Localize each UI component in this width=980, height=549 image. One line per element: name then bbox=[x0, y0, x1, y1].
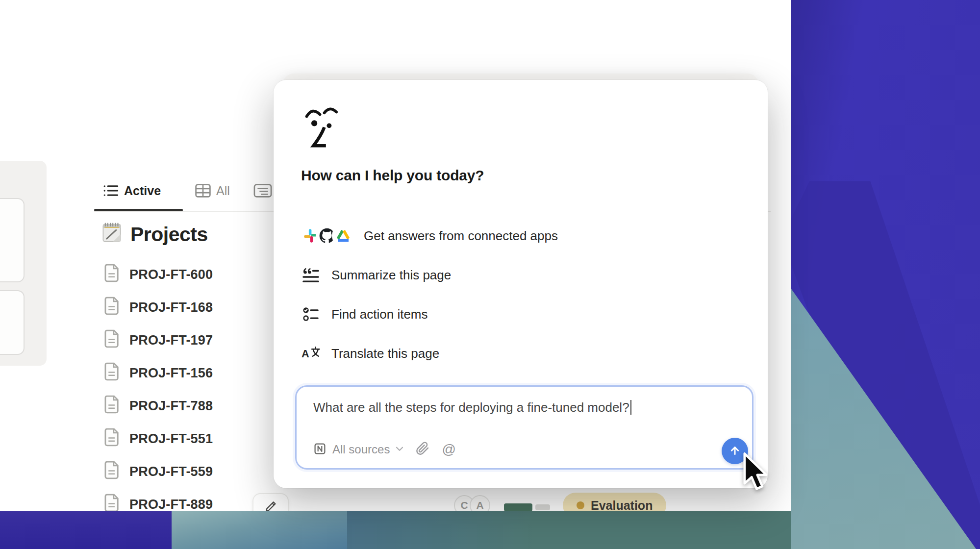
page-icon bbox=[104, 297, 121, 319]
project-row[interactable]: PROJ-FT-889 bbox=[104, 488, 213, 511]
notepad-icon bbox=[101, 221, 123, 248]
pencil-icon bbox=[263, 499, 278, 511]
progress-bar bbox=[504, 503, 550, 511]
desktop-wallpaper-bottom bbox=[0, 511, 791, 549]
menu-item-summarize[interactable]: Summarize this page bbox=[301, 255, 732, 295]
chevron-down-icon bbox=[396, 445, 403, 454]
attach-file-button[interactable] bbox=[416, 442, 429, 457]
prompt-input[interactable]: What are all the steps for deploying a f… bbox=[295, 385, 754, 470]
project-row[interactable]: PROJ-FT-156 bbox=[104, 357, 213, 390]
text-caret bbox=[630, 400, 631, 415]
menu-item-label: Translate this page bbox=[331, 346, 439, 361]
project-list: PROJ-FT-600 PROJ-FT-168 PROJ-FT-197 PROJ… bbox=[104, 258, 213, 511]
composer-toolbar: All sources @ bbox=[313, 442, 456, 457]
project-row[interactable]: PROJ-FT-551 bbox=[104, 423, 213, 455]
project-row[interactable]: PROJ-FT-559 bbox=[104, 455, 213, 488]
project-row[interactable]: PROJ-FT-600 bbox=[104, 258, 213, 291]
feed-view-icon bbox=[253, 184, 272, 198]
screen: Active All bbox=[0, 0, 980, 549]
connected-app-icons bbox=[301, 226, 353, 246]
menu-item-action-items[interactable]: Find action items bbox=[301, 295, 732, 334]
tab-label: Active bbox=[124, 184, 161, 198]
avatar: A bbox=[470, 495, 490, 511]
page-icon bbox=[104, 362, 121, 384]
board-card[interactable] bbox=[0, 290, 25, 355]
project-row[interactable]: PROJ-FT-197 bbox=[104, 324, 213, 357]
tab-all-view[interactable]: All bbox=[195, 180, 230, 201]
page-icon bbox=[104, 494, 121, 511]
assistant-menu: Get answers from connected apps Summariz… bbox=[301, 216, 732, 373]
project-row[interactable]: PROJ-FT-168 bbox=[104, 291, 213, 324]
ai-assistant-dialog: How can I help you today? bbox=[274, 80, 768, 488]
page-icon bbox=[104, 428, 121, 450]
assistant-greeting: How can I help you today? bbox=[301, 167, 484, 184]
list-view-icon bbox=[103, 184, 119, 197]
checklist-icon bbox=[301, 306, 321, 323]
tab-feed-view[interactable] bbox=[253, 180, 272, 201]
mouse-cursor bbox=[741, 451, 770, 496]
page-icon bbox=[104, 461, 121, 483]
translate-icon: A bbox=[301, 346, 321, 361]
mention-button[interactable]: @ bbox=[442, 442, 455, 457]
page-icon bbox=[104, 329, 121, 351]
assignee-avatars[interactable]: C A bbox=[454, 495, 490, 511]
table-view-icon bbox=[195, 184, 211, 198]
status-badge[interactable]: Evaluation bbox=[563, 493, 666, 511]
page-title: Projects bbox=[101, 221, 208, 248]
edit-button[interactable] bbox=[252, 493, 289, 511]
sources-selector[interactable]: All sources bbox=[313, 442, 403, 457]
tab-active-view[interactable]: Active bbox=[103, 180, 161, 201]
page-icon bbox=[104, 395, 121, 417]
tab-label: All bbox=[216, 184, 230, 198]
prompt-text: What are all the steps for deploying a f… bbox=[313, 400, 631, 415]
menu-item-label: Find action items bbox=[331, 307, 428, 322]
menu-item-connected-apps[interactable]: Get answers from connected apps bbox=[301, 216, 732, 255]
notion-logo-icon bbox=[313, 442, 327, 457]
notion-ai-face-icon bbox=[301, 104, 341, 150]
menu-item-translate[interactable]: A Translate this page bbox=[301, 334, 732, 373]
desktop-wallpaper bbox=[791, 0, 980, 549]
board-column-panel bbox=[0, 161, 47, 366]
active-tab-indicator bbox=[94, 209, 183, 211]
project-row[interactable]: PROJ-FT-788 bbox=[104, 390, 213, 423]
sources-label: All sources bbox=[332, 443, 390, 456]
google-drive-icon bbox=[333, 226, 353, 246]
svg-text:A: A bbox=[302, 348, 309, 360]
quote-lines-icon bbox=[301, 267, 321, 283]
menu-item-label: Get answers from connected apps bbox=[364, 228, 558, 244]
page-icon bbox=[104, 264, 121, 286]
board-card[interactable] bbox=[0, 198, 25, 282]
status-dot-icon bbox=[577, 501, 584, 509]
menu-item-label: Summarize this page bbox=[331, 268, 451, 283]
arrow-up-icon bbox=[728, 444, 742, 459]
